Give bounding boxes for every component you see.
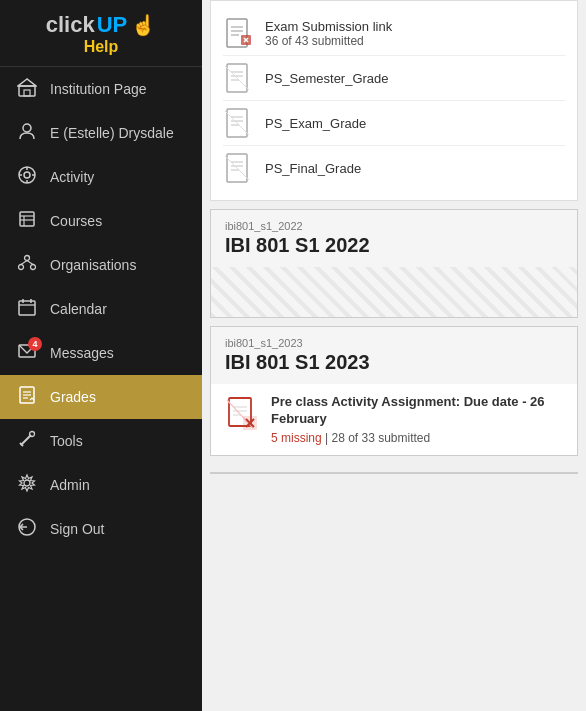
grades-icon [16, 385, 38, 409]
sidebar-item-admin[interactable]: Admin [0, 463, 202, 507]
organisations-icon [16, 253, 38, 277]
logo-click-text: click [46, 14, 95, 36]
course-name-2022: IBI 801 S1 2022 [225, 234, 563, 257]
grade-item-exam-submission: Exam Submission link 36 of 43 submitted [223, 11, 565, 56]
sidebar-label-calendar: Calendar [50, 301, 107, 317]
assignment-title: Pre class Activity Assignment: Due date … [271, 394, 563, 428]
assignment-item-pre-class: Pre class Activity Assignment: Due date … [211, 384, 577, 455]
assignment-icon [225, 396, 261, 432]
sidebar: clickUP ☝ Help Institution Page E (Estel… [0, 0, 202, 711]
exam-submission-icon [223, 17, 255, 49]
logo-up-text: UP [97, 14, 128, 36]
svg-rect-2 [24, 90, 30, 96]
exam-submission-submitted: 36 of 43 submitted [265, 34, 392, 48]
final-grade-icon [223, 152, 255, 184]
sidebar-label-institution-page: Institution Page [50, 81, 147, 97]
svg-line-17 [21, 261, 27, 265]
sidebar-item-activity[interactable]: Activity [0, 155, 202, 199]
admin-icon [16, 473, 38, 497]
assignment-submitted: 28 of 33 submitted [331, 431, 430, 445]
assignment-info: Pre class Activity Assignment: Due date … [271, 394, 563, 445]
institution-icon [16, 77, 38, 101]
grade-item-semester: PS_Semester_Grade [223, 56, 565, 101]
semester-grade-icon [223, 62, 255, 94]
svg-rect-19 [19, 301, 35, 315]
sidebar-label-courses: Courses [50, 213, 102, 229]
svg-marker-1 [18, 79, 36, 86]
assignment-missing: 5 missing [271, 431, 322, 445]
svg-point-5 [24, 172, 30, 178]
sidebar-label-tools: Tools [50, 433, 83, 449]
sidebar-item-sign-out[interactable]: Sign Out [0, 507, 202, 551]
svg-point-14 [25, 256, 30, 261]
bottom-spacer [202, 464, 586, 472]
sign-out-icon [16, 517, 38, 541]
sidebar-item-grades[interactable]: Grades [0, 375, 202, 419]
course-name-2023: IBI 801 S1 2023 [225, 351, 563, 374]
course-header-2023: ibi801_s1_2023 IBI 801 S1 2023 [211, 327, 577, 384]
svg-rect-10 [20, 212, 34, 226]
course-id-2023: ibi801_s1_2023 [225, 337, 563, 349]
sidebar-item-courses[interactable]: Courses [0, 199, 202, 243]
exam-grade-icon [223, 107, 255, 139]
sidebar-label-activity: Activity [50, 169, 94, 185]
course-body-2022 [211, 267, 577, 317]
grade-item-final: PS_Final_Grade [223, 146, 565, 190]
messages-icon: 4 [16, 341, 38, 365]
svg-point-31 [24, 480, 30, 486]
svg-line-18 [27, 261, 33, 265]
bottom-divider [210, 472, 578, 474]
grade-item-exam: PS_Exam_Grade [223, 101, 565, 146]
sidebar-item-tools[interactable]: Tools [0, 419, 202, 463]
sidebar-item-messages[interactable]: 4 Messages [0, 331, 202, 375]
course-id-2022: ibi801_s1_2022 [225, 220, 563, 232]
final-grade-label: PS_Final_Grade [265, 161, 361, 176]
sidebar-label-sign-out: Sign Out [50, 521, 104, 537]
sidebar-label-organisations: Organisations [50, 257, 136, 273]
messages-badge: 4 [28, 337, 42, 351]
exam-submission-title: Exam Submission link [265, 19, 392, 34]
logo: clickUP ☝ Help [0, 0, 202, 67]
tools-icon [16, 429, 38, 453]
main-content: Exam Submission link 36 of 43 submitted … [202, 0, 586, 711]
semester-grade-label: PS_Semester_Grade [265, 71, 389, 86]
courses-icon [16, 209, 38, 233]
svg-line-28 [21, 435, 31, 445]
top-grade-section: Exam Submission link 36 of 43 submitted … [210, 0, 578, 201]
course-header-2022: ibi801_s1_2022 IBI 801 S1 2022 [211, 210, 577, 267]
sidebar-label-admin: Admin [50, 477, 90, 493]
sidebar-item-user-profile[interactable]: E (Estelle) Drysdale [0, 111, 202, 155]
calendar-icon [16, 297, 38, 321]
sidebar-label-grades: Grades [50, 389, 96, 405]
exam-grade-label: PS_Exam_Grade [265, 116, 366, 131]
svg-point-3 [23, 124, 31, 132]
logo-help-text: Help [84, 38, 119, 56]
svg-point-29 [30, 432, 35, 437]
sidebar-label-messages: Messages [50, 345, 114, 361]
sidebar-item-organisations[interactable]: Organisations [0, 243, 202, 287]
svg-point-15 [19, 265, 24, 270]
activity-icon [16, 165, 38, 189]
svg-rect-0 [19, 86, 35, 96]
sidebar-item-calendar[interactable]: Calendar [0, 287, 202, 331]
svg-point-16 [31, 265, 36, 270]
logo-hand-icon: ☝ [131, 15, 156, 35]
user-icon [16, 121, 38, 145]
course-section-2023: ibi801_s1_2023 IBI 801 S1 2023 Pre class… [210, 326, 578, 456]
course-section-2022: ibi801_s1_2022 IBI 801 S1 2022 [210, 209, 578, 318]
sidebar-item-institution-page[interactable]: Institution Page [0, 67, 202, 111]
sidebar-label-user-profile: E (Estelle) Drysdale [50, 125, 174, 141]
